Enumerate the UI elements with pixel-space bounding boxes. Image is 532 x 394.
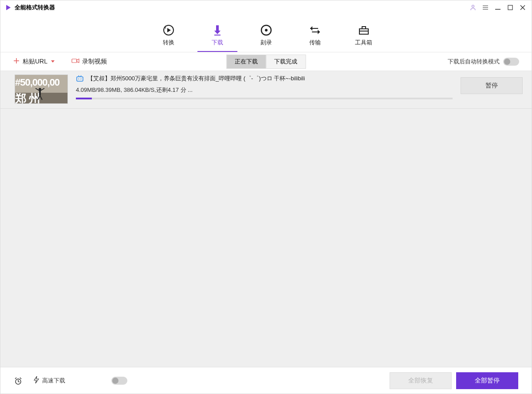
svg-point-1 (472, 5, 474, 8)
paste-url-button[interactable]: 粘贴URL (13, 57, 55, 66)
svg-rect-11 (216, 25, 219, 31)
fast-download-label: 高速下载 (42, 377, 65, 385)
resume-all-button[interactable]: 全部恢复 (390, 372, 452, 389)
app-logo-icon (5, 4, 12, 11)
lightning-icon (33, 376, 39, 385)
window-controls (469, 3, 527, 12)
svg-text:郑  州: 郑 州 (15, 92, 40, 104)
svg-marker-0 (6, 5, 11, 10)
tab-downloading[interactable]: 正在下载 (226, 55, 266, 69)
download-row: #50,000,00 郑 州 【艾叔】郑州5000万豪宅里，养条巨贵有没有排面_… (0, 71, 532, 109)
main-tabs: 转换 下载 刻录 传输 工具箱 (0, 15, 532, 52)
svg-marker-25 (51, 60, 55, 63)
tab-label: 刻录 (260, 39, 272, 47)
status-segment: 正在下载 下载完成 (226, 55, 306, 69)
chevron-down-icon (50, 58, 55, 65)
svg-rect-21 (362, 27, 366, 29)
tab-transfer[interactable]: 传输 (291, 24, 339, 52)
svg-line-46 (15, 378, 16, 379)
download-thumbnail[interactable]: #50,000,00 郑 州 (15, 75, 68, 104)
tab-burn[interactable]: 刻录 (242, 24, 291, 52)
fast-download-toggle[interactable] (111, 377, 127, 385)
footer: 高速下载 全部恢复 全部暂停 (0, 367, 532, 394)
svg-rect-38 (77, 77, 83, 81)
svg-line-47 (20, 378, 21, 379)
svg-line-41 (79, 79, 79, 79)
app-title: 全能格式转换器 (15, 4, 55, 12)
pause-button[interactable]: 暂停 (461, 77, 523, 94)
titlebar-left: 全能格式转换器 (5, 4, 55, 12)
subbar: 粘贴URL 录制视频 正在下载 下载完成 下载后自动转换模式 (0, 52, 532, 71)
download-progress (76, 98, 453, 99)
svg-marker-12 (214, 31, 221, 34)
svg-line-45 (18, 382, 20, 382)
titlebar: 全能格式转换器 (0, 0, 532, 15)
record-video-label: 录制视频 (82, 58, 107, 66)
svg-marker-48 (34, 376, 39, 383)
download-progress-fill (76, 98, 92, 99)
transfer-icon (308, 24, 322, 37)
download-content: #50,000,00 郑 州 【艾叔】郑州5000万豪宅里，养条巨贵有没有排面_… (0, 71, 532, 367)
svg-point-15 (265, 29, 268, 32)
svg-rect-6 (508, 5, 512, 10)
account-icon[interactable] (469, 3, 477, 12)
schedule-button[interactable] (14, 376, 23, 385)
download-icon (211, 24, 224, 37)
record-video-button[interactable]: 录制视频 (71, 58, 107, 66)
footer-right: 全部恢复 全部暂停 (390, 372, 518, 389)
tab-label: 工具箱 (355, 39, 372, 47)
tab-convert[interactable]: 转换 (144, 24, 193, 52)
paste-url-label: 粘贴URL (23, 58, 47, 66)
menu-icon[interactable] (481, 3, 490, 12)
svg-rect-13 (214, 35, 221, 35)
plus-icon (13, 57, 20, 66)
auto-convert-toggle[interactable] (503, 58, 519, 66)
subbar-left: 粘贴URL 录制视频 (13, 57, 107, 66)
svg-marker-17 (310, 26, 312, 31)
convert-icon (162, 24, 175, 37)
download-list: #50,000,00 郑 州 【艾叔】郑州5000万豪宅里，养条巨贵有没有排面_… (0, 71, 532, 109)
tab-label: 转换 (163, 39, 174, 47)
svg-line-42 (81, 79, 81, 79)
subbar-right: 下载后自动转换模式 (448, 58, 519, 66)
pause-all-button[interactable]: 全部暂停 (456, 372, 518, 389)
tab-completed[interactable]: 下载完成 (266, 55, 306, 69)
maximize-icon[interactable] (506, 3, 515, 12)
camera-icon (71, 58, 79, 65)
footer-left: 高速下载 (14, 376, 127, 385)
download-status: 4.09MB/98.39MB, 386.04KB/S,还剩4.17 分 ... (76, 86, 453, 94)
download-title: 【艾叔】郑州5000万豪宅里，养条巨贵有没有排面_哔哩哔哩 (゜-゜)つロ 干杯… (87, 75, 305, 83)
fast-download-group: 高速下载 (33, 376, 65, 385)
close-icon[interactable] (518, 3, 527, 12)
tab-toolbox[interactable]: 工具箱 (339, 24, 388, 52)
bilibili-icon (76, 75, 84, 83)
burn-icon (260, 24, 273, 37)
tab-label: 传输 (309, 39, 321, 47)
svg-text:#50,000,00: #50,000,00 (15, 77, 60, 88)
minimize-icon[interactable] (493, 3, 502, 12)
download-info: 【艾叔】郑州5000万豪宅里，养条巨贵有没有排面_哔哩哔哩 (゜-゜)つロ 干杯… (76, 75, 453, 99)
toolbox-icon (357, 24, 370, 37)
auto-convert-label: 下载后自动转换模式 (448, 58, 500, 66)
svg-marker-27 (77, 59, 79, 63)
tab-download[interactable]: 下载 (193, 24, 242, 52)
svg-marker-10 (167, 28, 171, 32)
tab-label: 下载 (212, 39, 223, 47)
svg-rect-26 (72, 59, 77, 63)
download-title-line: 【艾叔】郑州5000万豪宅里，养条巨贵有没有排面_哔哩哔哩 (゜-゜)つロ 干杯… (76, 75, 453, 83)
svg-marker-19 (318, 30, 320, 34)
